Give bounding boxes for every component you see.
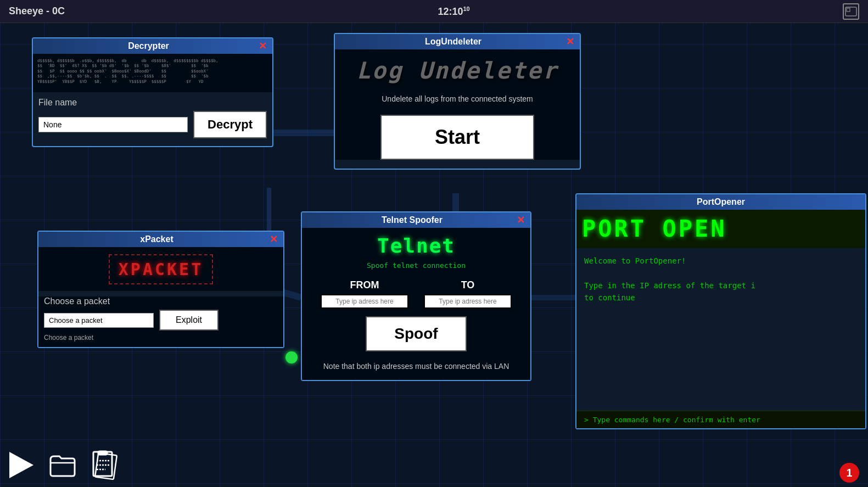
packet-hint: Choose a packet [44, 334, 93, 342]
packet-input[interactable] [44, 313, 154, 328]
portopener-cmd: > Type commands here / confirm with ente… [576, 411, 865, 428]
file-name-label: File name [38, 98, 267, 108]
folder-button[interactable] [46, 449, 79, 482]
xpacket-content: Choose a packet Exploit Choose a packet [38, 296, 283, 347]
start-button[interactable]: Start [380, 115, 534, 160]
from-to-row: FROM TO [302, 275, 530, 313]
portopener-title: PortOpener [582, 197, 860, 207]
notes-icon-svg [90, 450, 119, 480]
lan-note: Note that both ip adresses must be conne… [302, 357, 530, 380]
notes-button[interactable] [88, 449, 121, 482]
xpacket-close[interactable]: ✕ [270, 234, 278, 244]
xpacket-titlebar: xPacket ✕ [38, 232, 283, 247]
telnet-titlebar: Telnet Spoofer ✕ [302, 212, 530, 228]
packet-row: Exploit Choose a packet [38, 310, 283, 347]
play-icon [9, 452, 33, 478]
from-ip-input[interactable] [321, 294, 408, 309]
portopener-titlebar: PortOpener [576, 194, 865, 210]
app-title: Sheeye - 0C [9, 5, 65, 17]
telnet-title: Telnet Spoofer [307, 215, 517, 225]
from-col: FROM [321, 279, 408, 309]
logundeleter-desc: Undelete all logs from the connected sys… [335, 89, 580, 109]
spoof-button[interactable]: Spoof [366, 316, 466, 351]
portopener-ascii-text: PORT OPEN [582, 215, 860, 242]
svg-rect-1 [847, 8, 850, 12]
xpacket-title: xPacket [44, 234, 270, 244]
logundeleter-ascii-text: Log Undeleter [340, 57, 574, 84]
to-col: TO [424, 279, 512, 309]
xpacket-ascii-text: XPACKET [109, 254, 213, 284]
decrypt-button[interactable]: Decrypt [193, 111, 267, 138]
bottom-toolbar [5, 449, 121, 482]
telnet-ascii-area: Telnet [302, 228, 530, 259]
to-ip-input[interactable] [424, 294, 512, 309]
packet-input-row: Exploit [44, 310, 278, 331]
logundeleter-close[interactable]: ✕ [566, 37, 574, 47]
top-bar: Sheeye - 0C 12:1010 [0, 0, 868, 23]
notification-badge[interactable]: 1 [839, 463, 859, 483]
clock: 12:1010 [438, 5, 469, 18]
folder-icon-svg [48, 452, 77, 478]
decrypter-ascii: d$$$$b, d$$$$$b .o$$b, d$$$$$b, db db d$… [33, 54, 272, 92]
telnet-close[interactable]: ✕ [517, 215, 525, 225]
file-name-row: Decrypt [33, 111, 272, 146]
decrypter-titlebar: Decrypter ✕ [33, 38, 272, 54]
logundeleter-window: LogUndeleter ✕ Log Undeleter Undelete al… [334, 33, 581, 170]
xpacket-window: xPacket ✕ XPACKET Choose a packet Exploi… [37, 231, 284, 348]
from-label: FROM [350, 279, 379, 291]
telnet-ascii-text: Telnet [307, 234, 525, 257]
window-icon[interactable] [843, 3, 859, 20]
logundeleter-title: LogUndeleter [340, 37, 566, 47]
portopener-welcome: Welcome to PortOpener! Type in the IP ad… [576, 248, 865, 309]
green-dot-indicator [285, 351, 298, 363]
decrypter-close[interactable]: ✕ [259, 41, 267, 51]
xpacket-ascii-area: XPACKET [38, 247, 283, 291]
exploit-button[interactable]: Exploit [159, 310, 219, 331]
to-label: TO [461, 279, 475, 291]
telnet-subtitle: Spoof telnet connection [302, 259, 530, 275]
logundeleter-ascii-area: Log Undeleter [335, 49, 580, 89]
decrypter-title: Decrypter [38, 41, 259, 51]
badge-count: 1 [846, 467, 852, 479]
portopener-ascii-area: PORT OPEN [576, 210, 865, 248]
portopener-welcome-line1: Welcome to PortOpener! [584, 255, 858, 267]
logundeleter-content: Undelete all logs from the connected sys… [335, 89, 580, 160]
portopener-cmd-text[interactable]: > Type commands here / confirm with ente… [584, 416, 760, 424]
play-button[interactable] [5, 449, 37, 481]
file-input[interactable] [38, 117, 188, 132]
portopener-instruction: Type in the IP adress of the target ito … [584, 279, 858, 304]
logundeleter-titlebar: LogUndeleter ✕ [335, 34, 580, 49]
telnet-window: Telnet Spoofer ✕ Telnet Spoof telnet con… [301, 211, 531, 381]
choose-packet-label: Choose a packet [44, 296, 278, 306]
portopener-window: PortOpener PORT OPEN Welcome to PortOpen… [575, 193, 866, 429]
telnet-content: Spoof telnet connection FROM TO Spoof No… [302, 259, 530, 380]
decrypter-window: Decrypter ✕ d$$$$b, d$$$$$b .o$$b, d$$$$… [32, 37, 273, 147]
